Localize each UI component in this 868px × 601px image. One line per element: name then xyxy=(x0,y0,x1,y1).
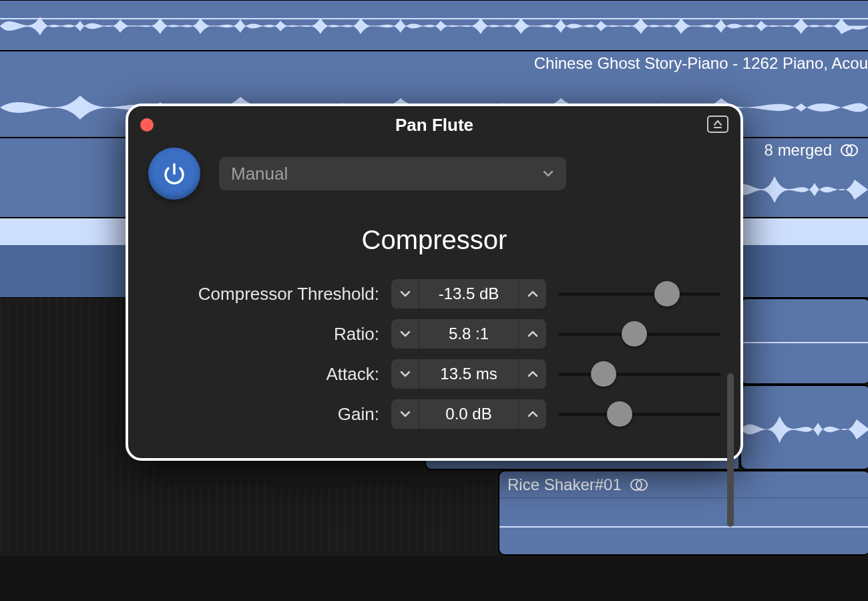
slider-thumb[interactable] xyxy=(654,281,680,307)
slider-rail xyxy=(558,413,720,416)
gain-slider[interactable] xyxy=(558,399,720,429)
param-label: Attack: xyxy=(134,364,379,385)
clip-header: Rice Shaker#01 xyxy=(499,471,868,498)
threshold-stepper[interactable]: -13.5 dB xyxy=(391,279,546,309)
track-row[interactable] xyxy=(0,0,868,51)
panel-titlebar[interactable]: Pan Flute xyxy=(128,106,740,144)
stereo-icon xyxy=(628,477,650,493)
slider-rail xyxy=(558,292,720,296)
stepper-increment[interactable] xyxy=(518,399,546,429)
gain-stepper[interactable]: 0.0 dB xyxy=(391,399,546,429)
param-row-attack: Attack: 13.5 ms xyxy=(128,354,720,394)
panel-title: Pan Flute xyxy=(395,115,473,136)
stereo-icon xyxy=(839,142,860,158)
track-label: Chinese Ghost Story-Piano - 1262 Piano, … xyxy=(534,54,868,73)
preset-value: Manual xyxy=(231,164,288,184)
waveform xyxy=(734,166,868,213)
effect-title: Compressor xyxy=(128,225,740,255)
audio-clip[interactable] xyxy=(740,385,868,470)
stepper-decrement[interactable] xyxy=(391,399,419,429)
plugin-panel: Pan Flute Manual Compressor Compressor T… xyxy=(126,104,743,461)
stepper-decrement[interactable] xyxy=(391,279,419,309)
attack-stepper[interactable]: 13.5 ms xyxy=(391,359,546,389)
param-row-ratio: Ratio: 5.8 :1 xyxy=(128,314,720,354)
power-button[interactable] xyxy=(148,148,200,200)
stepper-decrement[interactable] xyxy=(391,359,419,389)
audio-clip[interactable]: Rice Shaker#01 xyxy=(498,470,868,556)
attack-slider[interactable] xyxy=(558,359,720,389)
waveform xyxy=(0,5,868,47)
attack-value[interactable]: 13.5 ms xyxy=(419,365,518,383)
param-label: Ratio: xyxy=(134,324,379,345)
svg-rect-0 xyxy=(0,18,868,19)
threshold-slider[interactable] xyxy=(558,279,720,309)
footer-strip xyxy=(0,556,868,601)
slider-rail xyxy=(558,373,720,376)
clip-title: Chinese Ghost Story-Piano - 1262 Piano, … xyxy=(534,54,868,73)
panel-header-row: Manual xyxy=(128,144,740,200)
svg-rect-6 xyxy=(499,526,868,528)
waveform xyxy=(741,399,868,459)
threshold-value[interactable]: -13.5 dB xyxy=(419,284,518,303)
stepper-decrement[interactable] xyxy=(391,319,419,349)
stepper-increment[interactable] xyxy=(518,279,546,309)
param-list: Compressor Threshold: -13.5 dB Ratio: xyxy=(128,274,740,434)
waveform xyxy=(499,504,868,550)
expand-button[interactable] xyxy=(707,116,728,133)
stepper-increment[interactable] xyxy=(518,319,546,349)
waveform xyxy=(741,311,868,374)
slider-thumb[interactable] xyxy=(607,401,632,427)
ratio-stepper[interactable]: 5.8 :1 xyxy=(391,319,546,349)
gain-value[interactable]: 0.0 dB xyxy=(419,405,518,423)
param-label: Compressor Threshold: xyxy=(134,284,379,305)
param-label: Gain: xyxy=(134,404,379,425)
param-row-gain: Gain: 0.0 dB xyxy=(128,394,720,434)
stepper-increment[interactable] xyxy=(518,359,546,389)
ratio-slider[interactable] xyxy=(558,319,720,349)
close-button[interactable] xyxy=(140,118,154,132)
clip-label: Rice Shaker#01 xyxy=(507,475,622,494)
preset-select[interactable]: Manual xyxy=(219,157,566,190)
slider-thumb[interactable] xyxy=(591,361,616,387)
param-row-threshold: Compressor Threshold: -13.5 dB xyxy=(128,274,720,314)
track-label: 8 merged xyxy=(765,141,832,160)
audio-clip[interactable] xyxy=(740,298,868,385)
chevron-down-icon xyxy=(542,164,554,184)
clip-title: 8 merged xyxy=(765,141,860,160)
svg-rect-3 xyxy=(741,342,868,343)
slider-thumb[interactable] xyxy=(622,321,647,347)
ratio-value[interactable]: 5.8 :1 xyxy=(419,325,518,343)
panel-scrollbar[interactable] xyxy=(727,373,734,527)
